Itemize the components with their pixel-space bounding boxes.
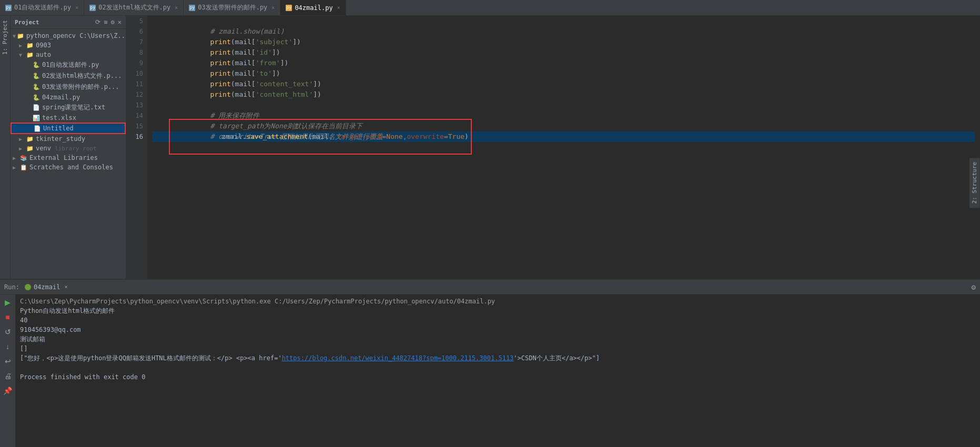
- tree-ext-label: External Libraries: [29, 154, 98, 161]
- rerun-button[interactable]: ↺: [2, 326, 14, 338]
- tree-scratches[interactable]: ▶ 📋 Scratches and Consoles: [11, 162, 126, 172]
- pin-button[interactable]: 📌: [2, 385, 14, 397]
- folder-icon-tkinter: 📁: [26, 136, 34, 143]
- line-num-5: 5: [130, 16, 143, 26]
- console-line-6: ["您好，<p>这是使用python登录QQ邮箱发送HTNL格式邮件的测试：</…: [20, 353, 976, 363]
- line-num-15: 15: [130, 121, 143, 131]
- console-line-blank: [20, 363, 976, 372]
- folder-icon-venv: 📁: [26, 145, 34, 152]
- tab-04[interactable]: py 04zmail.py ×: [280, 0, 346, 15]
- txt-file-icon: 📄: [33, 104, 40, 111]
- tree-file-test[interactable]: 📊 test.xlsx: [11, 113, 126, 123]
- tree-0903[interactable]: ▶ 📁 0903: [11, 40, 126, 50]
- sidebar-header: Project ⟳ ≡ ⚙ ✕: [11, 16, 126, 29]
- run-tab-close[interactable]: ×: [64, 284, 67, 290]
- main-area: 1: Project Project ⟳ ≡ ⚙ ✕ ▼ 📁 python_op…: [0, 16, 980, 279]
- tab-03-close[interactable]: ×: [271, 5, 275, 11]
- arrow-right-scratch: ▶: [13, 165, 19, 170]
- py-file-icon-1: 🐍: [33, 62, 40, 68]
- line-num-11: 11: [130, 79, 143, 89]
- stop-button[interactable]: ■: [2, 311, 14, 323]
- bottom-tab-bar: Run: 04zmail × ⚙: [0, 280, 980, 294]
- tree-auto-label: auto: [36, 51, 51, 58]
- tree-root-label: python_opencv C:\Users\Z...: [26, 32, 126, 39]
- scratches-icon: 📋: [20, 164, 27, 171]
- gear-icon[interactable]: ⚙: [111, 18, 115, 26]
- scroll-down-button[interactable]: ↓: [2, 341, 14, 352]
- console-line-2: 40: [20, 316, 976, 325]
- tree-file-03-label: 03发送带附件的邮件.p...: [42, 83, 119, 92]
- tree-file-02-label: 02发送html格式文件.p...: [42, 72, 122, 80]
- line-num-7: 7: [130, 37, 143, 47]
- tree-file-untitled-label: Untitled: [43, 125, 74, 132]
- py-file-icon-4: 🐍: [33, 94, 40, 101]
- console-output[interactable]: C:\Users\Zep\PycharmProjects\python_open…: [16, 294, 980, 447]
- sidebar-title: Project: [15, 19, 39, 26]
- py-icon: py: [5, 5, 12, 11]
- console-link[interactable]: https://blog.csdn.net/weixin_44827418?sp…: [282, 354, 514, 362]
- console-settings-icon[interactable]: ⚙: [972, 283, 976, 291]
- tree-tkinter-label: tkinter_study: [36, 135, 85, 143]
- sync-icon[interactable]: ⟳: [95, 18, 100, 26]
- tree-file-03[interactable]: 🐍 03发送带附件的邮件.p...: [11, 82, 126, 93]
- tree-venv-label: venv library root: [36, 145, 97, 152]
- console-line-5: []: [20, 344, 976, 353]
- tree-file-01[interactable]: 🐍 01自动发送邮件.py: [11, 59, 126, 70]
- folder-icon-auto: 📁: [26, 52, 34, 58]
- tree-root[interactable]: ▼ 📁 python_opencv C:\Users\Z...: [11, 31, 126, 40]
- wraplines-button[interactable]: ↩: [2, 355, 14, 367]
- arrow-right: ▶: [19, 43, 25, 48]
- structure-vert-tab[interactable]: 2: Structure: [969, 158, 980, 208]
- py-file-icon-2: 🐍: [33, 73, 40, 79]
- editor-content: 5 6 7 8 9 10 11 12 13 14 15 16 # zmail.s…: [126, 16, 980, 279]
- run-label: Run:: [4, 283, 19, 291]
- tree-0903-label: 0903: [36, 42, 51, 49]
- tree-ext-libs[interactable]: ▶ 📚 External Libraries: [11, 153, 126, 162]
- run-button[interactable]: ▶: [2, 297, 14, 308]
- comment-13: # 用来保存附件: [194, 111, 259, 119]
- run-tab[interactable]: 04zmail ×: [25, 283, 68, 291]
- highlighted-code-box: zmail.save_attachment(mail, target_path=…: [169, 119, 472, 155]
- tree-venv[interactable]: ▶ 📁 venv library root: [11, 144, 126, 153]
- arrow-down-auto: ▼: [19, 52, 25, 58]
- tree-file-spring-label: spring课堂笔记.txt: [42, 103, 105, 112]
- tab-03[interactable]: py 03发送带附件的邮件.py ×: [184, 0, 280, 15]
- code-line-5: # zmail.show(mail): [153, 16, 975, 26]
- tab-01[interactable]: py 01自动发送邮件.py ×: [0, 0, 84, 15]
- code-editor[interactable]: # zmail.show(mail) print(mail['subject']…: [147, 16, 980, 279]
- tree-file-spring[interactable]: 📄 spring课堂笔记.txt: [11, 102, 126, 113]
- tab-01-close[interactable]: ×: [75, 5, 78, 11]
- tab-02[interactable]: py 02发送html格式文件.py ×: [84, 0, 184, 15]
- console-line-1: Python自动发送html格式的邮件: [20, 306, 976, 316]
- close-sidebar-icon[interactable]: ✕: [118, 18, 122, 26]
- line-num-16: 16: [130, 131, 143, 142]
- project-vert-tab[interactable]: 1: Project: [0, 16, 11, 279]
- tab-bar: py 01自动发送邮件.py × py 02发送html格式文件.py × py…: [0, 0, 980, 16]
- sidebar-actions: ⟳ ≡ ⚙ ✕: [95, 18, 122, 26]
- arrow-right-ext: ▶: [13, 155, 19, 161]
- tab-04-close[interactable]: ×: [337, 5, 340, 11]
- py-icon-2: py: [89, 5, 96, 11]
- py-icon-4: py: [286, 5, 292, 11]
- print-button[interactable]: 🖨: [2, 370, 14, 382]
- tree-file-04[interactable]: 🐍 04zmail.py: [11, 93, 126, 102]
- arrow-right-venv: ▶: [19, 146, 25, 151]
- tab-02-close[interactable]: ×: [175, 5, 178, 11]
- file-tree: ▼ 📁 python_opencv C:\Users\Z... ▶ 📁 0903…: [11, 29, 126, 279]
- console-line-4: 测试邮箱: [20, 334, 976, 344]
- arrow-down: ▼: [13, 33, 16, 39]
- ext-libs-icon: 📚: [20, 155, 27, 161]
- tree-file-02[interactable]: 🐍 02发送html格式文件.p...: [11, 70, 126, 82]
- code-line-16: zmail.save_attachment(mail, target_path=…: [153, 131, 975, 142]
- project-tab-label[interactable]: 1: Project: [1, 16, 9, 59]
- collapse-icon[interactable]: ≡: [104, 18, 107, 26]
- tree-file-test-label: test.xlsx: [42, 114, 76, 121]
- tree-file-untitled[interactable]: 📄 Untitled: [11, 123, 126, 134]
- run-status-icon: [25, 284, 31, 290]
- tree-auto[interactable]: ▼ 📁 auto: [11, 50, 126, 59]
- xlsx-file-icon: 📊: [33, 115, 40, 121]
- tree-tkinter[interactable]: ▶ 📁 tkinter_study: [11, 134, 126, 144]
- console-line-3: 910456393@qq.com: [20, 325, 976, 334]
- bottom-panel: Run: 04zmail × ⚙ ▶ ■ ↺ ↓ ↩ 🖨 📌 C:\Users\…: [0, 279, 980, 447]
- code-indent-16: [153, 131, 169, 142]
